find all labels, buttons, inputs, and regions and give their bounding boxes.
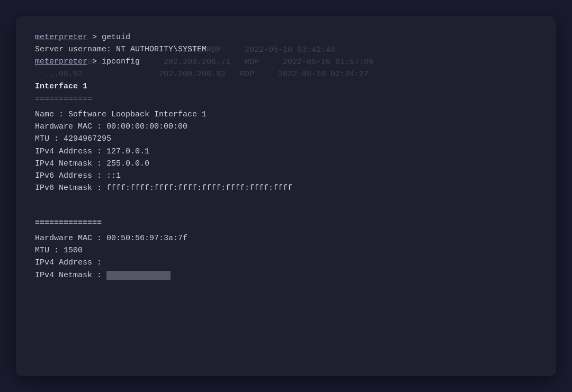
prompt-getuid: meterpreter > getuid (35, 31, 537, 43)
prompt-command-2: > ipconfig (87, 57, 140, 66)
interface-11-header: ============== (35, 217, 537, 229)
server-username-text: Server username: NT AUTHORITY\SYSTEM (35, 45, 207, 54)
prompt-keyword-1: meterpreter (35, 33, 87, 42)
field-ipv6addr-1: IPv6 Address : ::1 (35, 170, 537, 182)
terminal-window: ...239 RDP 2022-05-10 03:42:48 202.200.2… (16, 16, 556, 376)
interface-1-underline: ============ (35, 93, 537, 105)
prompt-ipconfig: meterpreter > ipconfig (35, 56, 537, 68)
field-hwmac-1: Hardware MAC : 00:00:00:00:00:00 (35, 121, 537, 133)
spacer-2 (35, 195, 537, 204)
field-mtu-11: IPv4 Address : (35, 257, 537, 269)
spacer-1 (35, 68, 537, 77)
field-ipv4addr-1: IPv4 Address : 127.0.0.1 (35, 145, 537, 158)
prompt-keyword-2: meterpreter (35, 57, 87, 66)
server-username-line: Server username: NT AUTHORITY\SYSTEM (35, 43, 537, 56)
redacted-ip (106, 271, 171, 280)
field-ipv4addr-11-redacted: IPv4 Netmask : (35, 269, 537, 281)
field-ipv6mask-1: IPv6 Netmask : ffff:ffff:ffff:ffff:ffff:… (35, 182, 537, 194)
field-mtu-1: MTU : 4294967295 (35, 133, 537, 145)
field-ipv4mask-1: IPv4 Netmask : 255.0.0.0 (35, 158, 537, 170)
interface-1-header: Interface 1 (35, 80, 537, 93)
field-name-1: Name : Software Loopback Interface 1 (35, 108, 537, 121)
field-name-11: Hardware MAC : 00:50:56:97:3a:7f (35, 232, 537, 244)
field-hwmac-11: MTU : 1500 (35, 244, 537, 257)
spacer-3 (35, 204, 537, 214)
terminal-content: meterpreter > getuid Server username: NT… (35, 31, 537, 281)
prompt-command-1: > getuid (87, 33, 130, 42)
